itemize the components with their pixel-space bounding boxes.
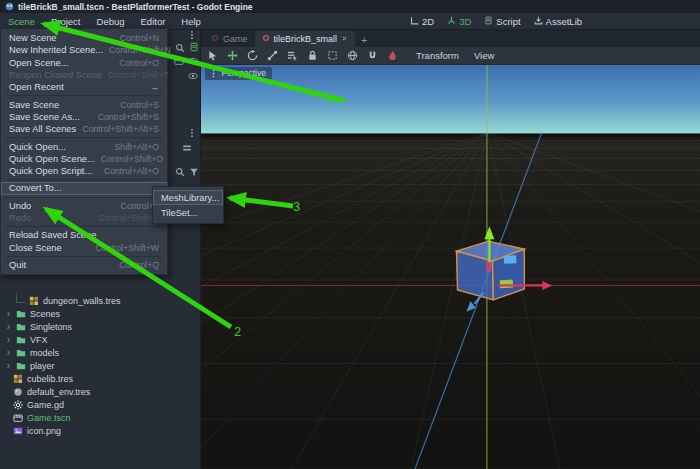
menu-item-shortcut: Control+Shift+Z	[98, 213, 159, 223]
menu-item-save-all-scenes[interactable]: Save All ScenesControl+Shift+Alt+S	[1, 123, 167, 135]
menu-item-quick-open[interactable]: Quick Open...Shift+Alt+O	[1, 140, 167, 152]
new-scene-tab-button[interactable]: +	[361, 33, 367, 47]
file-item-default-env-tres[interactable]: default_env.tres	[0, 385, 198, 398]
menubar-item-help[interactable]: Help	[181, 16, 201, 27]
mode-button-assetlib[interactable]: AssetLib	[534, 16, 582, 27]
perspective-menu-button[interactable]: ⋮ Perspective	[205, 67, 272, 80]
folder-icon	[16, 322, 26, 332]
menu-separator	[1, 135, 167, 140]
sky	[201, 65, 700, 134]
split-mode-icon[interactable]	[182, 143, 192, 153]
toolbar-list-select-button[interactable]	[287, 50, 298, 61]
close-tab-icon[interactable]	[341, 34, 348, 44]
menu-item-convert-to[interactable]: Convert To...→	[1, 182, 167, 194]
expand-arrow-icon[interactable]: ›	[5, 361, 12, 371]
toolbar-lock-button[interactable]	[307, 50, 318, 61]
menu-separator	[1, 224, 167, 229]
scene-tab-tilebrickb-small[interactable]: tileBrickB_small	[255, 31, 356, 47]
menu-item-undo[interactable]: UndoControl+Z	[1, 200, 167, 212]
viewport-menu-view[interactable]: View	[474, 50, 494, 61]
menu-item-shortcut: Control+Shift+T	[108, 70, 169, 80]
dots-icon[interactable]	[187, 30, 197, 40]
file-item-vfx[interactable]: ›VFX	[0, 333, 198, 346]
filter-icon[interactable]	[189, 167, 199, 177]
menu-item-label: Save Scene As...	[9, 112, 80, 122]
editor-mode-switcher: 2D3DScriptAssetLib	[410, 13, 582, 29]
toolbar-group-button[interactable]	[327, 50, 338, 61]
expand-arrow-icon[interactable]: ›	[5, 335, 12, 345]
menu-item-meshlibrary[interactable]: MeshLibrary...	[153, 190, 223, 205]
menu-item-reload-saved-scene[interactable]: Reload Saved Scene	[1, 229, 167, 241]
scene-tabbar: GametileBrickB_small+	[201, 30, 700, 47]
eye-icon[interactable]	[188, 56, 198, 66]
menu-separator	[1, 195, 167, 200]
toolbar-snap-button[interactable]	[367, 50, 378, 61]
file-item-dungeon-walls-tres[interactable]: dungeon_walls.tres	[0, 294, 198, 307]
menu-item-quit[interactable]: QuitControl+Q	[1, 259, 167, 271]
menu-item-save-scene-as[interactable]: Save Scene As...Control+Shift+S	[1, 111, 167, 123]
expand-arrow-icon[interactable]: ›	[5, 322, 12, 332]
toolbar-local-space-button[interactable]	[347, 50, 358, 61]
circle-env-icon	[13, 387, 23, 397]
file-label: models	[30, 348, 59, 358]
menu-item-close-scene[interactable]: Close SceneControl+Shift+W	[1, 241, 167, 253]
menubar-item-project[interactable]: Project	[51, 16, 81, 27]
mode-button-script[interactable]: Script	[484, 16, 520, 27]
menubar-item-scene[interactable]: Scene	[8, 16, 35, 27]
menubar-item-debug[interactable]: Debug	[97, 16, 125, 27]
menubar-item-editor[interactable]: Editor	[141, 16, 166, 27]
file-item-cubelib-tres[interactable]: cubelib.tres	[0, 372, 198, 385]
search-icon[interactable]	[175, 43, 185, 53]
toolbar-preview-environment-button[interactable]	[387, 50, 398, 61]
menu-item-quick-open-script[interactable]: Quick Open Script...Control+Alt+O	[1, 165, 167, 177]
menu-item-save-scene[interactable]: Save SceneControl+S	[1, 98, 167, 110]
menu-item-shortcut: Control+Q	[119, 260, 159, 270]
menu-item-label: Quick Open...	[9, 142, 66, 152]
menu-item-open-recent[interactable]: Open Recent→	[1, 81, 167, 93]
toolbar-scale-button[interactable]	[267, 50, 278, 61]
menu-item-new-inherited-scene[interactable]: New Inherited Scene...Control+Shift+N	[1, 44, 167, 56]
tool-buttons	[207, 50, 398, 61]
window-title: tileBrickB_small.tscn - BestPlatformerTe…	[18, 2, 253, 12]
toolbar-rotate-button[interactable]	[247, 50, 258, 61]
menu-item-new-scene[interactable]: New SceneControl+N	[1, 32, 167, 44]
file-item-game-gd[interactable]: Game.gd	[0, 398, 198, 411]
cube-decal-green	[500, 280, 513, 289]
menu-item-label: MeshLibrary...	[161, 193, 219, 203]
toolbar-move-button[interactable]	[227, 50, 238, 61]
menu-item-label: Open Recent	[9, 82, 64, 92]
eye-icon[interactable]	[188, 71, 198, 81]
file-item-models[interactable]: ›models	[0, 346, 198, 359]
viewport-menu-transform[interactable]: Transform	[416, 50, 459, 61]
scene-tab-game[interactable]: Game	[204, 31, 255, 47]
menu-item-quick-open-scene[interactable]: Quick Open Scene...Control+Shift+O	[1, 153, 167, 165]
expand-arrow-icon[interactable]: ›	[5, 348, 12, 358]
folder-icon	[16, 361, 26, 371]
toolbar-select-button[interactable]	[207, 50, 218, 61]
menu-item-shortcut: Control+Shift+N	[109, 45, 171, 55]
file-item-singletons[interactable]: ›Singletons	[0, 320, 198, 333]
viewport-canvas[interactable]: ⋮ Perspective	[201, 65, 700, 469]
menu-item-reopen-closed-scene: Reopen Closed SceneControl+Shift+T	[1, 69, 167, 81]
file-item-game-tscn[interactable]: Game.tscn	[0, 411, 198, 424]
menu-item-open-scene[interactable]: Open Scene...Control+O	[1, 57, 167, 69]
file-label: Game.tscn	[27, 413, 71, 423]
godot-logo-icon	[5, 2, 14, 11]
mode-button-2d[interactable]: 2D	[410, 16, 434, 27]
menu-item-shortcut: Control+Shift+S	[98, 112, 159, 122]
menu-item-tileset[interactable]: TileSet...	[153, 205, 223, 220]
file-item-icon-png[interactable]: icon.png	[0, 424, 198, 437]
file-item-player[interactable]: ›player	[0, 359, 198, 372]
script-attach-icon[interactable]	[189, 42, 199, 52]
file-label: player	[30, 361, 55, 371]
dots-icon[interactable]	[187, 128, 197, 138]
grid-res-icon	[13, 374, 23, 384]
folder-icon	[16, 348, 26, 358]
file-item-scenes[interactable]: ›Scenes	[0, 307, 198, 320]
expand-arrow-icon[interactable]: ›	[5, 309, 12, 319]
search-icon[interactable]	[175, 167, 185, 177]
mode-button-3d[interactable]: 3D	[447, 16, 471, 27]
menu-item-label: New Inherited Scene...	[9, 45, 103, 55]
scene-icon	[211, 34, 219, 44]
film-icon	[13, 413, 23, 423]
